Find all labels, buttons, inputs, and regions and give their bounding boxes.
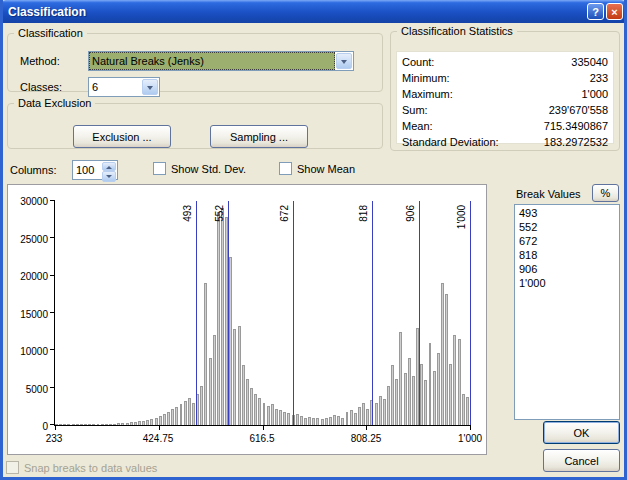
ok-button[interactable]: OK [543, 421, 620, 444]
show-mean-label: Show Mean [297, 163, 355, 175]
break-value-item[interactable]: 906 [515, 262, 619, 276]
method-dropdown[interactable]: Natural Breaks (Jenks) [88, 51, 354, 71]
break-value-item[interactable]: 672 [515, 234, 619, 248]
histogram-bar [316, 418, 319, 425]
histogram-bar [229, 257, 232, 425]
histogram-bar [171, 409, 174, 425]
break-line[interactable] [196, 201, 197, 425]
break-line-label: 906 [405, 205, 417, 222]
histogram-bar [267, 406, 270, 425]
histogram-bar [192, 403, 195, 425]
columns-value: 100 [73, 161, 102, 179]
histogram-bar [258, 398, 261, 425]
histogram-bar [213, 335, 216, 425]
break-line-label: 818 [358, 205, 370, 222]
break-line[interactable] [419, 201, 420, 425]
histogram-bar [441, 283, 444, 425]
histogram-bar [155, 418, 158, 425]
break-value-item[interactable]: 818 [515, 248, 619, 262]
show-std-dev-checkbox[interactable]: Show Std. Dev. [153, 162, 246, 175]
histogram-bar [399, 332, 402, 425]
histogram-bar [167, 412, 170, 425]
exclusion-button[interactable]: Exclusion ... [73, 125, 171, 148]
checkbox-box[interactable] [153, 162, 166, 175]
checkbox-box[interactable] [279, 162, 292, 175]
histogram-bar [449, 364, 452, 425]
x-tick-mark [263, 425, 264, 430]
chevron-down-icon[interactable] [142, 79, 158, 95]
stat-row: Count:335040 [398, 54, 612, 70]
histogram-bar [84, 424, 87, 425]
close-icon[interactable]: × [606, 3, 623, 20]
histogram-bar [105, 424, 108, 425]
chevron-down-icon[interactable] [336, 53, 352, 69]
break-line[interactable] [228, 201, 229, 425]
break-line[interactable] [293, 201, 294, 425]
break-line[interactable] [372, 201, 373, 425]
stat-value: 1'000 [581, 86, 608, 102]
histogram-bar [204, 283, 207, 425]
histogram-bar [350, 410, 353, 425]
snap-breaks-checkbox: Snap breaks to data values [6, 461, 157, 474]
x-tick-mark [470, 425, 471, 430]
break-values-list[interactable]: 4935526728189061'000 [514, 204, 620, 420]
y-tick-mark [50, 312, 55, 313]
break-line-label: 552 [214, 205, 226, 222]
y-tick-label: 10000 [20, 346, 48, 357]
histogram-bar [325, 418, 328, 425]
histogram-bar [233, 329, 236, 425]
histogram-bar [142, 421, 145, 425]
stat-label: Minimum: [402, 70, 450, 86]
histogram-bar [130, 422, 133, 425]
histogram-bar [117, 423, 120, 425]
histogram-bar [362, 403, 365, 425]
y-tick-label: 5000 [26, 383, 48, 394]
histogram-bar [404, 373, 407, 425]
break-value-item[interactable]: 1'000 [515, 276, 619, 290]
histogram-bar [308, 417, 311, 425]
break-value-item[interactable]: 552 [515, 220, 619, 234]
show-std-dev-label: Show Std. Dev. [171, 163, 246, 175]
histogram-bar [242, 365, 245, 425]
y-tick-mark [50, 200, 55, 201]
cancel-button[interactable]: Cancel [543, 449, 620, 472]
stepper-down-icon[interactable] [102, 171, 116, 182]
histogram-bar [358, 407, 361, 425]
histogram-bar [63, 424, 66, 425]
percent-button[interactable]: % [592, 184, 619, 202]
stat-value: 233 [590, 70, 608, 86]
histogram-bar [55, 424, 58, 425]
stepper-up-icon[interactable] [102, 162, 116, 171]
classes-label: Classes: [20, 81, 62, 93]
break-value-item[interactable]: 493 [515, 206, 619, 220]
stat-label: Sum: [402, 102, 428, 118]
x-tick-mark [55, 425, 56, 430]
help-icon[interactable]: ? [587, 3, 604, 20]
y-tick-mark [50, 349, 55, 350]
y-tick-label: 15000 [20, 308, 48, 319]
histogram-bar [275, 409, 278, 425]
histogram-bar [412, 376, 415, 425]
histogram-bar [341, 418, 344, 425]
stat-label: Standard Deviation: [402, 134, 499, 150]
y-tick-label: 20000 [20, 271, 48, 282]
classification-dialog: Classification ? × Classification Method… [0, 0, 627, 480]
histogram-bar [408, 358, 411, 425]
histogram-bar [287, 413, 290, 425]
histogram-bar [209, 358, 212, 425]
histogram-bar [138, 421, 141, 425]
method-selected-value: Natural Breaks (Jenks) [89, 52, 335, 70]
title-bar[interactable]: Classification ? × [0, 0, 627, 23]
histogram-bar [101, 424, 104, 425]
break-line[interactable] [470, 201, 471, 425]
histogram-bar [304, 418, 307, 425]
stat-value: 715.3490867 [544, 118, 608, 134]
classes-dropdown[interactable]: 6 [88, 77, 160, 97]
sampling-button[interactable]: Sampling ... [210, 125, 308, 148]
show-mean-checkbox[interactable]: Show Mean [279, 162, 355, 175]
histogram-bar [312, 418, 315, 425]
histogram-bar [283, 412, 286, 425]
histogram-bar [433, 371, 436, 425]
columns-stepper[interactable]: 100 [72, 160, 118, 180]
dialog-title: Classification [8, 5, 585, 19]
